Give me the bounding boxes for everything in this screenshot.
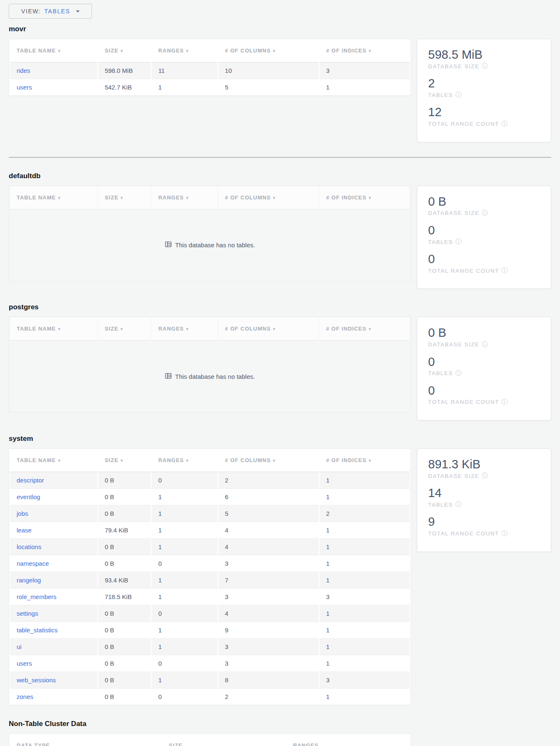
cell-table-name: web_sessions: [10, 672, 97, 689]
cell-indices: 1: [320, 555, 410, 572]
column-header-table-name[interactable]: TABLE NAME▼: [10, 317, 97, 341]
sort-icon: ▼: [120, 196, 124, 200]
stat-database-size: 0 BDATABASE SIZEⓘ: [428, 326, 541, 348]
stat-table-count-label: TABLESⓘ: [428, 238, 541, 246]
cell-ranges: 1: [151, 622, 217, 639]
database-tables-list: TABLE NAME▼SIZE▼RANGES▼# OF COLUMNS▼# OF…: [9, 317, 411, 341]
table-name-link[interactable]: role_members: [17, 593, 57, 600]
column-header-ranges[interactable]: RANGES▼: [151, 317, 217, 341]
column-header-of-columns[interactable]: # OF COLUMNS▼: [218, 317, 319, 341]
column-header-size[interactable]: SIZE▼: [98, 186, 151, 209]
column-header-table-name[interactable]: TABLE NAME▼: [10, 449, 97, 472]
column-header-data-type[interactable]: DATA TYPE: [10, 734, 161, 746]
cell-size: 79.4 KiB: [98, 522, 151, 539]
info-icon[interactable]: ⓘ: [502, 530, 508, 537]
table-name-link[interactable]: locations: [17, 543, 41, 550]
database-summary-panel-defaultdb: 0 BDATABASE SIZEⓘ0TABLESⓘ0TOTAL RANGE CO…: [417, 186, 551, 289]
cell-size: 0 B: [98, 639, 151, 655]
column-header-of-columns[interactable]: # OF COLUMNS▼: [218, 39, 319, 62]
table-name-link[interactable]: users: [17, 660, 32, 667]
stat-total-range-count: 0TOTAL RANGE COUNTⓘ: [428, 252, 541, 274]
table-name-link[interactable]: users: [17, 84, 32, 91]
column-header-size[interactable]: SIZE▼: [98, 317, 151, 341]
view-dropdown[interactable]: VIEW: TABLES: [9, 4, 92, 19]
column-header-label: RANGES: [158, 326, 184, 332]
cell-columns: 9: [218, 622, 319, 639]
column-header-of-indices[interactable]: # OF INDICES▼: [320, 317, 410, 341]
database-summary-panel-movr: 598.5 MiBDATABASE SIZEⓘ2TABLESⓘ12TOTAL R…: [417, 39, 551, 142]
cell-table-name: locations: [10, 539, 97, 555]
column-header-table-name[interactable]: TABLE NAME▼: [10, 39, 97, 62]
sort-icon: ▼: [120, 49, 124, 53]
table-name-link[interactable]: jobs: [17, 510, 28, 517]
cell-size: 0 B: [98, 605, 151, 622]
non-table-data-list: DATA TYPESIZERANGESTime Series219.9 MiB2…: [9, 734, 411, 746]
stat-label-text: TABLES: [428, 92, 453, 98]
cell-size: 542.7 KiB: [98, 79, 151, 96]
cell-ranges: 1: [151, 489, 217, 505]
info-icon[interactable]: ⓘ: [456, 91, 462, 99]
info-icon[interactable]: ⓘ: [502, 120, 508, 128]
stat-label-text: DATABASE SIZE: [428, 63, 479, 70]
table-row: web_sessions0 B183: [10, 672, 410, 689]
cell-columns: 4: [218, 522, 319, 539]
info-icon[interactable]: ⓘ: [456, 238, 462, 246]
stat-total-range-count: 9TOTAL RANGE COUNTⓘ: [428, 515, 541, 537]
table-name-link[interactable]: settings: [17, 610, 38, 617]
table-row: users542.7 KiB151: [10, 79, 410, 96]
table-name-link[interactable]: eventlog: [17, 493, 40, 500]
stat-total-range-count-label: TOTAL RANGE COUNTⓘ: [428, 398, 541, 406]
column-header-size[interactable]: SIZE: [162, 734, 286, 746]
table-name-link[interactable]: lease: [17, 527, 32, 534]
table-name-link[interactable]: web_sessions: [17, 676, 56, 684]
table-name-link[interactable]: zones: [17, 693, 33, 700]
table-name-link[interactable]: descriptor: [17, 477, 44, 484]
table-name-link[interactable]: namespace: [17, 560, 49, 567]
cell-ranges: 0: [151, 689, 217, 705]
column-header-ranges[interactable]: RANGES▼: [151, 186, 217, 209]
empty-database-message: This database has no tables.: [9, 341, 411, 412]
column-header-ranges[interactable]: RANGES▼: [151, 39, 217, 62]
table-name-link[interactable]: table_statistics: [17, 627, 57, 634]
table-header-row: TABLE NAME▼SIZE▼RANGES▼# OF COLUMNS▼# OF…: [10, 39, 410, 62]
info-icon[interactable]: ⓘ: [482, 472, 488, 480]
database-heading-system: system: [9, 435, 551, 443]
stat-label-text: DATABASE SIZE: [428, 341, 479, 348]
table-name-link[interactable]: rangelog: [17, 577, 41, 584]
table-icon: [165, 241, 172, 248]
table-row: users0 B031: [10, 655, 410, 672]
column-header-of-indices[interactable]: # OF INDICES▼: [320, 39, 410, 62]
stat-total-range-count-value: 0: [428, 383, 541, 398]
column-header-ranges[interactable]: RANGES▼: [151, 449, 217, 472]
info-icon[interactable]: ⓘ: [482, 62, 488, 70]
info-icon[interactable]: ⓘ: [456, 501, 462, 508]
info-icon[interactable]: ⓘ: [456, 370, 462, 377]
stat-table-count: 2TABLESⓘ: [428, 76, 541, 99]
info-icon[interactable]: ⓘ: [502, 398, 508, 406]
column-header-of-columns[interactable]: # OF COLUMNS▼: [218, 449, 319, 472]
cell-table-name: eventlog: [10, 489, 97, 505]
cell-columns: 3: [218, 655, 319, 672]
table-row: rangelog93.4 KiB171: [10, 572, 410, 589]
column-header-of-indices[interactable]: # OF INDICES▼: [320, 449, 410, 472]
column-header-size[interactable]: SIZE▼: [98, 39, 151, 62]
cell-table-name: zones: [10, 689, 97, 705]
table-name-link[interactable]: rides: [17, 67, 30, 74]
table-row: zones0 B021: [10, 689, 410, 705]
stat-label-text: TOTAL RANGE COUNT: [428, 399, 499, 405]
column-header-size[interactable]: SIZE▼: [98, 449, 151, 472]
table-name-link[interactable]: ui: [17, 643, 22, 650]
column-header-table-name[interactable]: TABLE NAME▼: [10, 186, 97, 209]
info-icon[interactable]: ⓘ: [482, 209, 488, 217]
cell-columns: 10: [218, 62, 319, 79]
cell-ranges: 11: [151, 62, 217, 79]
cell-columns: 6: [218, 489, 319, 505]
stat-database-size: 0 BDATABASE SIZEⓘ: [428, 194, 541, 217]
column-header-ranges[interactable]: RANGES: [286, 734, 410, 746]
column-header-of-columns[interactable]: # OF COLUMNS▼: [218, 186, 319, 209]
info-icon[interactable]: ⓘ: [502, 267, 508, 274]
cell-indices: 1: [320, 522, 410, 539]
cell-table-name: settings: [10, 605, 97, 622]
column-header-of-indices[interactable]: # OF INDICES▼: [320, 186, 410, 209]
info-icon[interactable]: ⓘ: [482, 341, 488, 348]
